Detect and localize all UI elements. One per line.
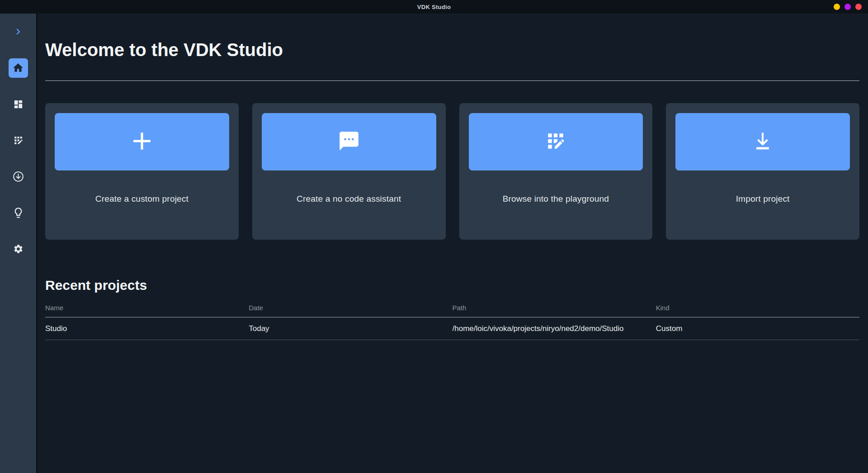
row-kind-cell: Custom <box>656 324 859 333</box>
create-no-code-assistant-button[interactable] <box>262 113 436 170</box>
sidebar-item-home[interactable] <box>0 50 36 86</box>
window-controls <box>834 4 862 10</box>
row-date-cell: Today <box>249 324 452 333</box>
app-frame: Welcome to the VDK Studio Create a custo… <box>0 14 868 473</box>
sidebar-item-dashboard[interactable] <box>0 86 36 122</box>
window-title: VDK Studio <box>417 4 451 10</box>
download-circle-icon <box>12 170 24 183</box>
card-import-project[interactable]: Import project <box>666 103 859 240</box>
card-label: Import project <box>675 194 850 204</box>
window-dot-red-icon[interactable] <box>855 4 862 10</box>
sidebar-expand-button[interactable] <box>0 14 36 50</box>
card-label: Create a custom project <box>55 194 229 204</box>
heading-divider <box>45 80 859 81</box>
action-cards: Create a custom project Create a no code… <box>45 103 859 240</box>
sidebar-item-tips[interactable] <box>0 194 36 231</box>
card-label: Browse into the playground <box>469 194 643 204</box>
create-custom-project-button[interactable] <box>55 113 229 170</box>
recent-projects-title: Recent projects <box>45 278 859 293</box>
row-name-cell: Studio <box>45 324 249 333</box>
window-dot-yellow-icon[interactable] <box>834 4 840 10</box>
main-content: Welcome to the VDK Studio Create a custo… <box>38 14 868 473</box>
import-project-button[interactable] <box>675 113 850 170</box>
column-header-kind: Kind <box>656 304 859 312</box>
column-header-date: Date <box>249 304 452 312</box>
lightbulb-icon <box>12 207 24 219</box>
browse-playground-button[interactable] <box>469 113 643 170</box>
page-title: Welcome to the VDK Studio <box>45 39 859 61</box>
chevron-right-icon <box>14 28 22 36</box>
card-create-no-code-assistant[interactable]: Create a no code assistant <box>252 103 446 240</box>
sidebar <box>0 14 38 473</box>
table-row[interactable]: Studio Today /home/loic/vivoka/projects/… <box>45 317 859 340</box>
window-dot-purple-icon[interactable] <box>844 4 851 10</box>
app-registration-icon <box>544 130 567 154</box>
recent-projects-table: Name Date Path Kind Studio Today /home/l… <box>45 298 859 340</box>
card-browse-playground[interactable]: Browse into the playground <box>459 103 653 240</box>
sidebar-item-settings[interactable] <box>0 231 36 267</box>
card-label: Create a no code assistant <box>262 194 436 204</box>
sidebar-item-import[interactable] <box>0 158 36 194</box>
row-path-cell: /home/loic/vivoka/projects/niryo/ned2/de… <box>453 324 656 333</box>
download-icon <box>751 129 774 155</box>
table-header-row: Name Date Path Kind <box>45 298 859 317</box>
home-icon <box>9 58 28 78</box>
plus-icon <box>129 128 155 156</box>
chat-icon <box>338 130 360 154</box>
column-header-name: Name <box>45 304 249 312</box>
dashboard-icon <box>13 99 24 109</box>
column-header-path: Path <box>453 304 656 312</box>
app-registration-icon <box>13 135 24 146</box>
title-bar: VDK Studio <box>0 0 868 14</box>
settings-gear-icon <box>13 244 24 254</box>
card-create-custom-project[interactable]: Create a custom project <box>45 103 239 240</box>
sidebar-item-playground[interactable] <box>0 122 36 158</box>
